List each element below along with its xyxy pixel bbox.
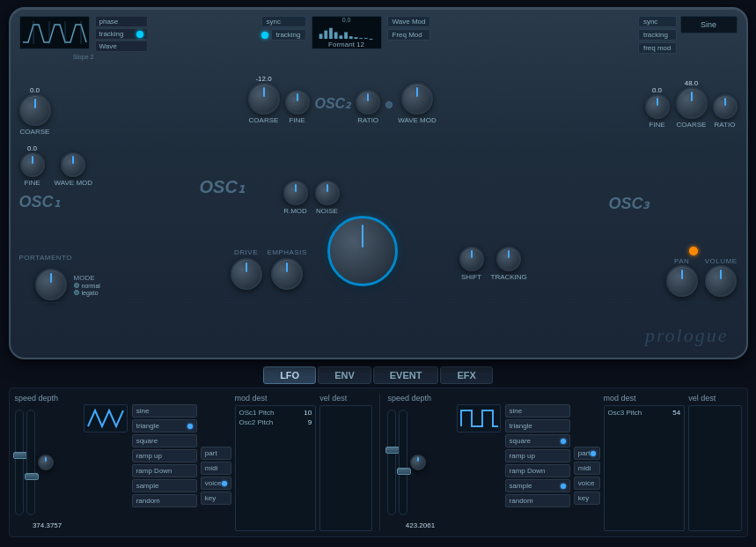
- lfo1-depth-slider-thumb[interactable]: [25, 473, 39, 480]
- lfo1-rampdown-btn[interactable]: ramp Down: [132, 464, 197, 477]
- osc3-label: OSC₃: [608, 194, 649, 213]
- osc1-wavemod-knob[interactable]: [61, 152, 85, 177]
- rmod-label: R.MOD: [283, 207, 307, 215]
- osc2-wavemod-knob[interactable]: [401, 83, 433, 115]
- lfo2-speed-val: 423.2061: [387, 520, 452, 531]
- pan-knob[interactable]: [666, 265, 698, 297]
- lfo1-voice-btn[interactable]: voice: [201, 477, 231, 490]
- osc3-tracking-btn[interactable]: tracking: [638, 29, 677, 41]
- lfo2-rampdown-btn[interactable]: ramp Down: [505, 464, 570, 477]
- osc3-freqmod-btn[interactable]: freq mod: [638, 42, 677, 54]
- lfo1-midi-btn[interactable]: midi: [201, 462, 231, 475]
- svg-rect-16: [369, 39, 372, 40]
- lfo1-square-btn[interactable]: square: [132, 434, 197, 447]
- noise-label: NOISE: [316, 207, 338, 215]
- osc1-fine-label: FINE: [24, 179, 40, 187]
- tracking-knob[interactable]: [496, 247, 521, 271]
- fine-val-display: 0.0: [342, 17, 351, 23]
- osc1-coarse-knob[interactable]: [19, 94, 51, 126]
- osc2-wavemod-btn[interactable]: Wave Mod: [387, 16, 431, 27]
- normal-radio[interactable]: [74, 283, 79, 288]
- lfo2-sine-btn[interactable]: sine: [505, 404, 570, 418]
- shift-knob[interactable]: [459, 247, 484, 271]
- lfo1-part-btn[interactable]: part: [201, 447, 231, 460]
- lfo2-random-btn[interactable]: random: [505, 494, 570, 507]
- lfo1-depth-slider-track[interactable]: [26, 410, 35, 515]
- osc2-sync-btn[interactable]: sync: [261, 16, 306, 27]
- separator-line: [19, 302, 738, 303]
- lfo1-key-btn[interactable]: key: [201, 492, 231, 505]
- noise-knob[interactable]: [315, 181, 340, 205]
- tab-env[interactable]: ENV: [318, 366, 371, 384]
- lfo2-knob[interactable]: [410, 455, 426, 470]
- lfo2-mod-dest: mod dest Osc3 Pitch 54: [604, 394, 686, 531]
- lfo1-knob[interactable]: [38, 455, 54, 470]
- osc3-sync-btn[interactable]: sync: [638, 16, 677, 27]
- lfo2-wave-screen: [457, 404, 501, 432]
- lfo1-speed-val: 374.3757: [15, 520, 80, 531]
- portamento-knob[interactable]: [35, 269, 67, 300]
- volume-knob[interactable]: [705, 265, 737, 297]
- lfo2-speed-slider-thumb[interactable]: [385, 447, 400, 454]
- lfo1-mod-item-0: OSc1 Pitch 10: [238, 408, 314, 418]
- osc3-ratio-knob[interactable]: [713, 94, 738, 119]
- shift-label: SHIFT: [461, 273, 481, 281]
- osc2-label: OSC₂: [315, 95, 351, 124]
- lfo-panel: speed depth 374.3757: [9, 388, 748, 537]
- svg-rect-12: [349, 36, 352, 39]
- osc2-wavemod-label: WAVE MOD: [398, 116, 437, 124]
- svg-rect-13: [354, 37, 357, 39]
- lfo2-rampup-btn[interactable]: ramp up: [505, 449, 570, 462]
- svg-rect-15: [363, 38, 367, 39]
- rmod-knob[interactable]: [283, 181, 308, 205]
- filter-knob[interactable]: [327, 216, 398, 286]
- lfo2-speed-slider-track[interactable]: [387, 410, 396, 515]
- lfo1-speed-slider-track[interactable]: [15, 410, 24, 515]
- svg-rect-14: [359, 38, 363, 39]
- lfo2-depth-slider-track[interactable]: [399, 410, 407, 515]
- emphasis-label: EMPHASIS: [268, 248, 307, 256]
- osc2-tracking-led: [261, 32, 268, 39]
- tab-efx[interactable]: EFX: [440, 366, 492, 384]
- mode-label: MODE: [74, 274, 95, 282]
- osc2-coarse-knob[interactable]: [248, 83, 280, 115]
- portamento-label: PORTAMENTO: [19, 254, 73, 262]
- lfo2-speed-depth: speed depth 423.2061: [387, 394, 452, 531]
- lfo2-sample-btn[interactable]: sample: [505, 479, 570, 492]
- osc2-tracking-btn[interactable]: tracking: [271, 29, 306, 41]
- osc3-fine-knob[interactable]: [645, 94, 670, 119]
- lfo2-part-btn[interactable]: part: [574, 447, 600, 460]
- osc2-ratio-knob[interactable]: [356, 90, 380, 115]
- lfo2-triangle-btn[interactable]: triangle: [505, 419, 570, 432]
- formant-display: 0.0 Formant 12: [312, 16, 382, 49]
- emphasis-knob[interactable]: [271, 258, 303, 290]
- lfo2-wave-display: [457, 394, 502, 531]
- lfo2-square-btn[interactable]: square: [505, 434, 570, 447]
- lfo2-voice-btn[interactable]: voice: [574, 477, 600, 490]
- lfo1-wave-screen: [84, 404, 128, 432]
- osc1-scope-label: Slope 2: [19, 54, 148, 60]
- lfo2-key-btn[interactable]: key: [574, 492, 600, 505]
- drive-knob[interactable]: [231, 258, 262, 290]
- lfo1-random-btn[interactable]: random: [132, 494, 197, 507]
- tab-lfo[interactable]: LFO: [263, 366, 316, 384]
- lfo1-rampup-btn[interactable]: ramp up: [132, 449, 197, 462]
- osc2-freqmod-btn[interactable]: Freq Mod: [387, 29, 431, 41]
- osc3-coarse-knob[interactable]: [676, 87, 708, 119]
- lfo1-triangle-btn[interactable]: triangle: [132, 419, 197, 432]
- tab-event[interactable]: EVENT: [373, 366, 439, 384]
- tracking-label: TRACKING: [491, 273, 527, 281]
- lfo1-mod-dest-list: OSc1 Pitch 10 Osc2 Pitch 9: [235, 405, 317, 531]
- normal-label: normal: [82, 283, 100, 289]
- lfo2-midi-btn[interactable]: midi: [574, 462, 600, 475]
- lfo2-depth-slider-thumb[interactable]: [397, 468, 411, 475]
- drive-label: DRIVE: [234, 248, 258, 256]
- osc2-fine-knob[interactable]: [285, 90, 310, 115]
- lfo1-sine-btn[interactable]: sine: [132, 404, 197, 418]
- osc1-fine-knob[interactable]: [20, 152, 45, 177]
- lfo1-sample-btn[interactable]: sample: [132, 479, 197, 492]
- lfo1-vel-dest-box: [319, 405, 372, 531]
- legato-radio[interactable]: [74, 290, 79, 295]
- osc1-coarse-label: COARSE: [20, 128, 50, 136]
- lfo1-speed-slider-thumb[interactable]: [13, 452, 27, 459]
